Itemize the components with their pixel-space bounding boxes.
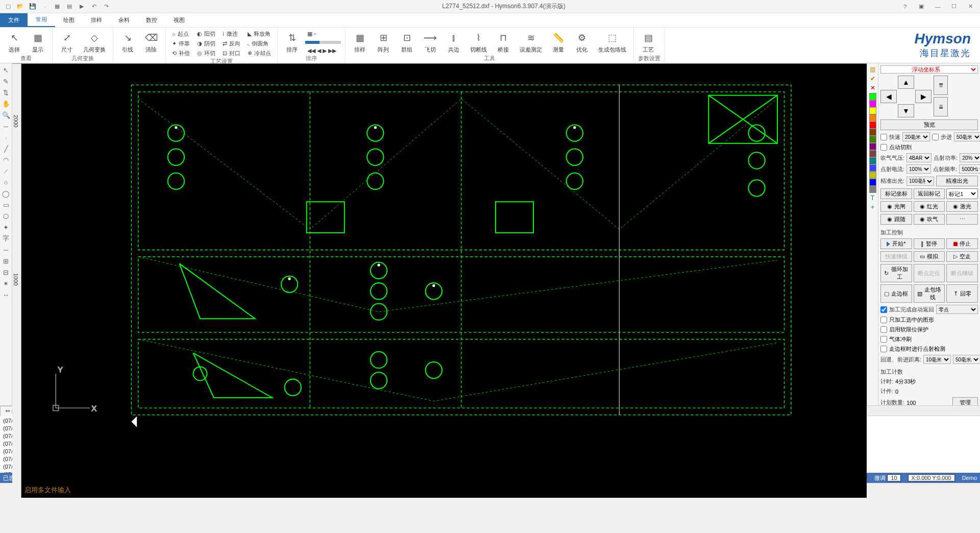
tab-extra[interactable]: 余料 (110, 13, 138, 27)
home-btn[interactable]: ⤒ 回零 (946, 284, 978, 303)
tool-zoom[interactable]: 🔍 (2, 110, 11, 119)
return-to[interactable]: 零点 (936, 305, 978, 314)
yin-btn[interactable]: ◑ 阴切 (195, 39, 217, 48)
tool-order[interactable]: ⇅ (2, 88, 11, 97)
start-btn[interactable]: ○ 起点 (170, 30, 192, 38)
sort-button[interactable]: ⇅排序 (282, 30, 302, 55)
group-button[interactable]: ⊡群组 (397, 30, 417, 55)
tool-node[interactable]: ✎ (2, 77, 11, 86)
layer-swatch[interactable] (869, 129, 876, 136)
layer-swatch[interactable] (869, 164, 876, 172)
display-button[interactable]: ▦显示 (28, 30, 48, 55)
retreat-val[interactable]: 10毫米 (923, 355, 951, 364)
z-down[interactable]: ⇊ (934, 97, 948, 116)
extra-btn[interactable]: ⋯ (946, 214, 978, 225)
undo-icon[interactable]: ↶ (90, 3, 98, 11)
tab-common[interactable]: 常用 (28, 13, 55, 27)
layer-swatch[interactable] (869, 93, 876, 100)
tool-polygon[interactable]: ⬡ (2, 211, 11, 221)
dotcurrent-val[interactable]: 100% (906, 164, 931, 174)
preview-button[interactable]: 预览 (880, 119, 978, 130)
size-button[interactable]: ⤢尺寸 (57, 30, 77, 55)
drawing-canvas[interactable]: Y X 启用多文件输入 (21, 64, 867, 498)
layer-swatch[interactable] (869, 157, 876, 164)
fineout-val[interactable]: 100毫秒 (906, 177, 934, 186)
layer-visible-icon[interactable]: ▥ (869, 65, 877, 74)
onlysel-check[interactable]: 只加工选中的图形 (880, 316, 978, 324)
clear-button[interactable]: ⌫清除 (141, 30, 161, 55)
blow-btn[interactable]: ◉ 吹气 (914, 214, 945, 225)
open-icon[interactable]: 📂 (16, 3, 24, 11)
bridge-button[interactable]: ⊓桥接 (493, 30, 513, 55)
tool-arc[interactable]: ◠ (2, 155, 11, 164)
layer-swatch[interactable] (869, 150, 876, 157)
coord-system-select[interactable]: 浮动坐标系 (880, 65, 978, 74)
dock-btn[interactable]: ✦ 停靠 (170, 39, 192, 48)
contourline-btn[interactable]: ▧ 走包络线 (914, 284, 945, 303)
frame-btn[interactable]: ▢ 走边框 (880, 284, 912, 303)
dotfreq-val[interactable]: 5000Hz (959, 164, 980, 174)
tool-line[interactable]: ╱ (2, 144, 11, 153)
markcoord-btn[interactable]: 标记坐标 (880, 188, 912, 199)
follow-btn[interactable]: ◉ 跟随 (880, 214, 912, 225)
yang-btn[interactable]: ◐ 阳切 (195, 30, 217, 38)
layer-check-icon[interactable]: ✔ (869, 75, 877, 83)
contour-button[interactable]: ⬚生成包络线 (595, 30, 629, 55)
fastcont-btn[interactable]: 快速继续 (880, 251, 912, 262)
tab-cnc[interactable]: 数控 (138, 13, 165, 27)
layer-swatch[interactable] (869, 172, 876, 179)
framedot-check[interactable]: 走边框时进行点射检测 (880, 345, 978, 353)
sort-slider[interactable] (305, 41, 341, 44)
tab-file[interactable]: 文件 (0, 13, 28, 27)
layer-swatch[interactable] (869, 122, 876, 129)
start-btn[interactable]: 开始* (880, 238, 912, 249)
tool-circle[interactable]: ○ (2, 178, 11, 187)
layer-x-icon[interactable]: ✕ (869, 84, 877, 92)
coedge-button[interactable]: ⫿共边 (444, 30, 464, 55)
release-btn[interactable]: ◣ 释放角 (246, 30, 273, 38)
new-icon[interactable]: ▢ (4, 3, 12, 11)
stop-btn[interactable]: 停止 (946, 238, 978, 249)
tab-draw[interactable]: 绘图 (55, 13, 83, 27)
softlimit-check[interactable]: 启用软限位保护 (880, 326, 978, 333)
layer-icon[interactable]: ▤ (65, 3, 74, 11)
reverse-btn[interactable]: ⇄ 反向 (220, 39, 242, 48)
select-button[interactable]: ↖选择 (4, 30, 24, 55)
dotpower-val[interactable]: 20% (960, 153, 980, 162)
ring-btn[interactable]: ◎ 环切 (195, 49, 217, 58)
measure-err-button[interactable]: ≋误差测定 (517, 30, 545, 55)
close-icon[interactable]: ✕ (963, 1, 978, 12)
tool-rect[interactable]: ▭ (2, 200, 11, 209)
cool-btn[interactable]: ❄ 冷却点 (246, 49, 273, 58)
fly-button[interactable]: ⟿飞切 (420, 30, 440, 55)
tool-measure[interactable]: ↔ (2, 290, 11, 299)
fast-val[interactable]: 20毫米 (902, 132, 930, 141)
tool-group[interactable]: ⊞ (2, 256, 11, 265)
gasflush-check[interactable]: 气体冲刷 (880, 335, 978, 343)
sort-opt1[interactable]: ▦ ▫ (305, 30, 341, 38)
layer-swatch[interactable] (869, 179, 876, 186)
slice-button[interactable]: ⌇切断线 (467, 30, 490, 55)
lead-button[interactable]: ↘引线 (117, 30, 138, 55)
tool-circle3[interactable]: ◯ (2, 189, 11, 198)
fineout-btn[interactable]: 精准出光 (936, 176, 978, 186)
play-icon[interactable]: ▶ (78, 3, 86, 11)
layer-swatch[interactable] (869, 136, 876, 143)
micro-btn[interactable]: ⁞ 微连 (220, 30, 242, 38)
tool-point[interactable]: · (2, 133, 11, 142)
tool-explode[interactable]: ✶ (2, 279, 11, 288)
nest-button[interactable]: ▦排样 (350, 30, 370, 55)
layer-plus-icon[interactable]: + (869, 203, 877, 211)
save-icon[interactable]: 💾 (29, 3, 37, 11)
jog-down[interactable]: ▼ (898, 104, 914, 117)
step-val[interactable]: 50毫米 (954, 132, 980, 141)
layer-swatch[interactable] (869, 100, 876, 107)
maximize-icon[interactable]: ☐ (946, 1, 962, 12)
array-button[interactable]: ⊞阵列 (373, 30, 394, 55)
retreat-speed[interactable]: 50毫米/秒 (953, 355, 980, 364)
jog-left[interactable]: ◀ (880, 90, 897, 103)
step-check[interactable]: 步进 (932, 133, 952, 141)
minimize-icon[interactable]: — (930, 1, 945, 12)
shoot-btn[interactable]: ◉ 激光 (946, 201, 978, 212)
returnmark-btn[interactable]: 返回标记 (914, 188, 945, 199)
